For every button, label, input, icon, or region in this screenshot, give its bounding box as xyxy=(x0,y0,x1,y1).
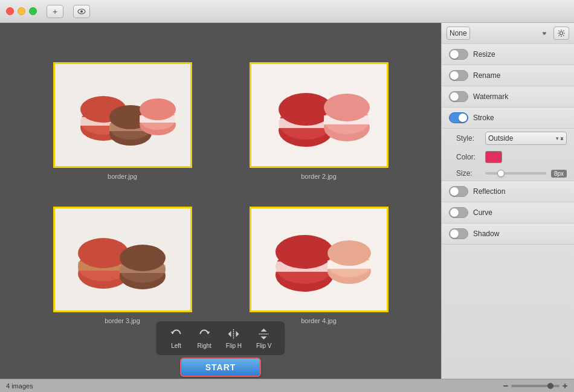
right-header: None ▼ xyxy=(442,23,574,44)
svg-marker-46 xyxy=(236,331,239,337)
resize-toggle[interactable] xyxy=(449,49,468,60)
size-slider[interactable] xyxy=(485,172,546,175)
watermark-toggle[interactable] xyxy=(449,91,468,102)
watermark-toggle-knob xyxy=(450,92,459,101)
reflection-toggle[interactable] xyxy=(449,186,468,197)
gear-button[interactable] xyxy=(553,27,569,40)
size-badge: 8px xyxy=(551,170,567,178)
curve-toggle[interactable] xyxy=(449,207,468,218)
resize-toggle-row: Resize xyxy=(442,44,574,65)
rename-toggle[interactable] xyxy=(449,70,468,81)
image-label-3: border 3.jpg xyxy=(105,317,140,324)
flip-h-icon xyxy=(227,327,240,341)
gear-icon xyxy=(557,29,566,37)
svg-point-23 xyxy=(324,94,370,121)
zoom-thumb xyxy=(547,383,553,389)
close-button[interactable] xyxy=(6,7,14,15)
rotate-right-button[interactable]: Right xyxy=(191,325,217,352)
flip-v-icon xyxy=(257,327,271,341)
image-thumb-3[interactable] xyxy=(53,207,192,312)
stroke-toggle[interactable] xyxy=(449,112,468,123)
preview-button[interactable] xyxy=(73,5,90,18)
svg-point-37 xyxy=(276,235,334,269)
svg-marker-48 xyxy=(261,329,267,332)
curve-toggle-knob xyxy=(450,208,459,217)
shadow-toggle-row: Shadow xyxy=(442,223,574,245)
rotate-left-icon xyxy=(169,327,182,341)
image-cell-1: border.jpg xyxy=(24,41,221,186)
svg-rect-51 xyxy=(503,385,508,387)
macaron-image-2 xyxy=(251,64,387,166)
shadow-toggle-knob xyxy=(450,230,459,238)
eye-icon xyxy=(77,8,86,14)
image-cell-3: border 3.jpg xyxy=(24,186,221,331)
size-label: Size: xyxy=(456,169,480,178)
rotate-left-label: Left xyxy=(171,342,181,349)
dropdown-arrow: ▼ xyxy=(541,31,546,36)
zoom-max-icon xyxy=(562,383,568,389)
stroke-toggle-row: Stroke xyxy=(442,108,574,129)
rotation-toolbar: Left Right Flip H xyxy=(155,321,285,356)
image-thumb-4[interactable] xyxy=(250,207,389,312)
image-thumb-1[interactable] xyxy=(53,62,192,168)
start-button[interactable]: START xyxy=(180,358,262,377)
title-bar: + xyxy=(0,0,574,23)
image-thumb-2[interactable] xyxy=(250,62,389,168)
watermark-toggle-row: Watermark xyxy=(442,86,574,108)
preset-dropdown[interactable]: None xyxy=(447,27,470,40)
stroke-toggle-knob xyxy=(459,114,467,122)
stroke-label: Stroke xyxy=(473,114,494,122)
svg-point-50 xyxy=(560,32,563,35)
size-row: Size: 8px xyxy=(442,166,574,181)
rotate-right-icon xyxy=(198,327,211,341)
flip-horizontal-button[interactable]: Flip H xyxy=(220,325,248,352)
style-row: Style: Outside Inside Center ▼▲ xyxy=(442,129,574,148)
resize-label: Resize xyxy=(473,50,495,59)
color-label: Color: xyxy=(456,153,480,161)
traffic-lights xyxy=(6,7,37,15)
stroke-options: Style: Outside Inside Center ▼▲ Color: S… xyxy=(442,129,574,181)
svg-point-28 xyxy=(78,238,129,268)
shadow-toggle[interactable] xyxy=(449,228,468,239)
color-row: Color: xyxy=(442,148,574,166)
flip-vertical-button[interactable]: Flip V xyxy=(250,325,278,352)
rotate-right-label: Right xyxy=(197,342,211,349)
svg-marker-45 xyxy=(228,331,231,337)
image-cell-2: border 2.jpg xyxy=(221,41,417,186)
zoom-track[interactable] xyxy=(511,385,559,387)
add-button[interactable]: + xyxy=(47,5,63,18)
curve-toggle-row: Curve xyxy=(442,202,574,223)
reflection-toggle-knob xyxy=(450,187,459,196)
rename-toggle-knob xyxy=(450,71,459,80)
fullscreen-button[interactable] xyxy=(29,7,37,15)
none-dropdown-wrapper: None ▼ xyxy=(447,27,550,40)
color-swatch[interactable] xyxy=(485,151,502,163)
style-label: Style: xyxy=(456,134,480,143)
rename-label: Rename xyxy=(473,71,500,80)
macaron-image-4 xyxy=(251,208,387,310)
reflection-toggle-row: Reflection xyxy=(442,181,574,202)
style-select[interactable]: Outside Inside Center xyxy=(485,132,567,145)
svg-point-32 xyxy=(120,245,166,271)
status-text: 4 images xyxy=(6,382,33,390)
image-label-4: border 4.jpg xyxy=(301,317,337,324)
curve-label: Curve xyxy=(473,208,492,217)
image-label-1: border.jpg xyxy=(108,173,137,180)
rotate-left-button[interactable]: Left xyxy=(163,325,189,352)
flip-v-label: Flip V xyxy=(256,342,272,349)
zoom-controls xyxy=(503,383,568,389)
rename-toggle-row: Rename xyxy=(442,65,574,86)
svg-rect-53 xyxy=(564,384,566,388)
right-panel: None ▼ Resize Rename xyxy=(441,23,574,379)
status-bar: 4 images xyxy=(0,379,574,392)
size-slider-thumb xyxy=(497,170,505,177)
minimize-button[interactable] xyxy=(18,7,25,15)
style-select-wrapper: Outside Inside Center ▼▲ xyxy=(485,132,567,145)
svg-point-1 xyxy=(80,10,83,13)
macaron-image-1 xyxy=(55,64,190,166)
start-button-wrap: START xyxy=(0,356,441,379)
svg-marker-49 xyxy=(261,336,267,339)
macaron-image-3 xyxy=(55,208,190,310)
svg-marker-42 xyxy=(170,332,174,334)
svg-point-41 xyxy=(327,240,371,266)
